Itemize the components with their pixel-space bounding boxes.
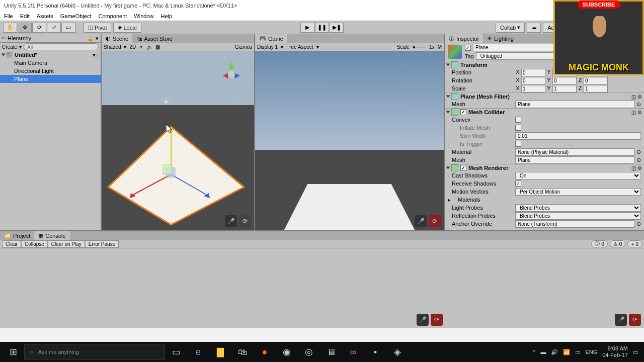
volume-icon[interactable]: 🔊 (551, 349, 558, 355)
rotate-tool[interactable]: ⟳ (32, 23, 46, 33)
anchor-field[interactable] (515, 220, 634, 228)
warn-filter[interactable]: ⚠0 (610, 240, 626, 247)
convex-checkbox[interactable] (515, 117, 521, 123)
start-button[interactable]: ⊞ (2, 342, 24, 362)
clear-button[interactable]: Clear (2, 240, 21, 248)
scene-viewport[interactable]: y ☀ < Persp 🎤 ⟳ (102, 51, 254, 230)
lighting-tab[interactable]: ☀Lighting (483, 34, 518, 43)
picker-icon[interactable]: ⊙ (636, 157, 641, 163)
collmesh-field[interactable] (515, 156, 634, 164)
aspect-dropdown[interactable]: Free Aspect (286, 44, 313, 50)
explorer-icon[interactable]: ▇ (209, 342, 231, 362)
castshadows-dropdown[interactable]: On (515, 172, 641, 179)
scale-slider[interactable]: ●─── (413, 44, 426, 50)
taskview-icon[interactable]: ▭ (165, 342, 187, 362)
scale-x[interactable] (521, 85, 545, 93)
firefox-icon[interactable]: ● (254, 342, 276, 362)
lang-indicator[interactable]: ENG (585, 349, 597, 355)
unity-icon[interactable]: ◈ (386, 342, 409, 362)
error-filter[interactable]: ●0 (627, 240, 642, 247)
physmat-field[interactable] (515, 148, 634, 156)
battery-icon[interactable]: ▭ (575, 349, 580, 355)
monitor-icon[interactable]: 🖥 (320, 342, 342, 362)
2d-toggle[interactable]: 2D (129, 44, 136, 50)
mic-icon[interactable]: 🎤 (417, 314, 429, 326)
active-checkbox[interactable]: ✓ (465, 45, 471, 51)
meshfilter-header[interactable]: Plane (Mesh Filter)◫ ⚙ (445, 93, 644, 100)
scale-y[interactable] (552, 85, 577, 93)
mesh-field[interactable] (515, 101, 634, 108)
move-tool[interactable]: ✥ (18, 23, 32, 33)
fx-toggle-icon[interactable]: ▦ (155, 44, 160, 50)
picker-icon[interactable]: ⊙ (636, 149, 641, 155)
picker-icon[interactable]: ⊙ (636, 221, 641, 227)
menu-assets[interactable]: Assets (37, 13, 53, 19)
collapse-button[interactable]: Collapse (21, 240, 48, 248)
notifications-icon[interactable]: ▭ (633, 349, 638, 355)
collider-header[interactable]: ✓Mesh Collider◫ ⚙ (445, 108, 644, 116)
project-tab[interactable]: 📁Project (0, 231, 34, 240)
gear-icon[interactable]: ◫ ⚙ (631, 110, 642, 115)
local-toggle[interactable]: ◈Local (113, 23, 141, 33)
collider-enabled[interactable]: ✓ (460, 109, 466, 115)
trigger-checkbox[interactable] (515, 141, 521, 147)
pivot-toggle[interactable]: ◫Pivot (84, 23, 111, 33)
material-preview[interactable]: Default-Material ShaderStandard ◫ ⚙ (445, 228, 644, 230)
rot-z[interactable] (584, 77, 608, 84)
rot-x[interactable] (521, 77, 545, 84)
rect-tool[interactable]: ▭ (61, 23, 75, 33)
audio-toggle-icon[interactable]: 🔊 (146, 44, 152, 50)
cmd-icon[interactable]: ▪ (364, 342, 386, 362)
scale-z[interactable] (584, 85, 608, 93)
tray-expand-icon[interactable]: ^ (533, 349, 535, 355)
game-tab[interactable]: 🎮Game (255, 34, 287, 43)
hand-tool[interactable]: ✋ (3, 23, 17, 33)
step-button[interactable]: ▶❚ (330, 23, 344, 33)
record-icon[interactable]: ⟳ (429, 215, 441, 227)
menu-component[interactable]: Component (98, 13, 127, 19)
console-tab[interactable]: ▦Console (34, 231, 69, 240)
cortana-search[interactable]: ○Ask me anything (24, 344, 165, 360)
lightprobes-dropdown[interactable]: Blend Probes (515, 204, 641, 212)
scene-tab[interactable]: ◐Scene (102, 34, 132, 43)
hierarchy-tab[interactable]: ≔ Hierarchy 🔒 ▾ (0, 34, 101, 43)
game-viewport[interactable]: 🎤 ⟳ (255, 51, 444, 230)
scale-tool[interactable]: ⤢ (47, 23, 61, 33)
wifi-icon[interactable]: 📶 (563, 349, 570, 355)
hierarchy-plane[interactable]: Plane (0, 75, 101, 83)
play-button[interactable]: ▶ (300, 23, 314, 33)
asset-store-tab[interactable]: 🛍Asset Store (132, 34, 177, 43)
mic-icon[interactable]: 🎤 (415, 215, 427, 227)
mic-icon[interactable]: 🎤 (615, 314, 627, 326)
network-icon[interactable]: ▬ (540, 349, 546, 355)
lock-icon[interactable]: 🔒 ▾ (87, 35, 99, 42)
record-icon[interactable]: ⟳ (239, 215, 251, 227)
recvshadows-checkbox[interactable]: ✓ (515, 180, 521, 187)
record-icon[interactable]: ⟳ (431, 314, 443, 326)
menu-help[interactable]: Help (160, 13, 172, 19)
menu-file[interactable]: File (4, 13, 13, 19)
create-dropdown[interactable]: Create (2, 44, 17, 50)
cloud-button[interactable]: ☁ (527, 23, 541, 33)
mic-icon[interactable]: 🎤 (225, 215, 237, 227)
pos-x[interactable] (521, 69, 545, 76)
picker-icon[interactable]: ⊙ (636, 101, 641, 108)
renderer-enabled[interactable]: ✓ (460, 165, 466, 171)
hierarchy-search[interactable] (24, 43, 99, 50)
inflate-checkbox[interactable] (515, 125, 521, 131)
chrome-icon[interactable]: ◉ (276, 342, 298, 362)
display-dropdown[interactable]: Display 1 (257, 44, 278, 50)
gizmos-dropdown[interactable]: Gizmos (235, 44, 252, 50)
motionvec-dropdown[interactable]: Per Object Motion (515, 188, 641, 196)
light-toggle-icon[interactable]: ☀ (139, 44, 143, 50)
menu-window[interactable]: Window (134, 13, 153, 19)
obs-icon[interactable]: ◎ (298, 342, 320, 362)
menu-gameobject[interactable]: GameObject (60, 13, 92, 19)
collab-dropdown[interactable]: Collab ▾ (496, 23, 525, 33)
vs-icon[interactable]: ∞ (342, 342, 364, 362)
scene-root[interactable]: Untitled*▾≡ (0, 51, 101, 59)
gear-icon[interactable]: ◫ ⚙ (631, 165, 642, 171)
hierarchy-directional-light[interactable]: Directional Light (0, 67, 101, 75)
inspector-tab[interactable]: ⓘInspector (445, 34, 483, 43)
gear-icon[interactable]: ◫ ⚙ (631, 94, 642, 100)
